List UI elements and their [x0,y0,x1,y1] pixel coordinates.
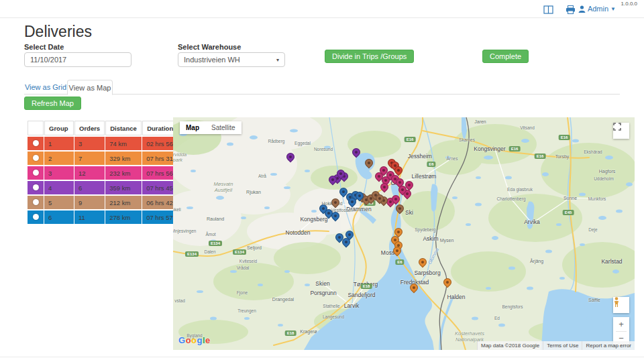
header-group: Group [44,121,74,135]
map-place-label: Kviteseid [239,259,257,263]
table-cell: 11 [74,210,105,224]
map-place-label: Bengtsfors [502,304,523,309]
map-place-label: Arvika [524,219,540,225]
google-logo-letter: o [186,335,191,345]
street-view-pegman-button[interactable] [613,297,629,313]
select-caret-icon: ▾ [276,57,279,63]
table-row: 1374 km02 hrs 56 mins [28,137,193,150]
pegman-icon [613,297,620,308]
map-place-label: Noresund [314,147,333,152]
refresh-map-button[interactable]: Refresh Map [24,97,81,110]
table-cell: 212 km [105,196,142,209]
map-place-label: Kongsberg [300,216,327,223]
complete-button[interactable]: Complete [482,50,529,63]
table-cell: 329 km [105,152,142,165]
table-cell: 1 [44,137,74,150]
map-place-label: Rådberg [268,139,285,143]
date-input[interactable]: 11/10/2017 [24,52,131,67]
select-warehouse-label: Select Warehouse [178,43,241,51]
tab-view-as-map[interactable]: View as Map [67,80,113,95]
chevron-down-icon: ▼ [610,6,616,12]
map-viewport[interactable]: OsloLillestrømJessheimJarenSkiDrammenHok… [173,117,635,350]
map-type-satellite-button[interactable]: Satellite [205,121,241,134]
groups-table-body: 1374 km02 hrs 56 mins27329 km07 hrs 31 m… [28,137,193,224]
select-date-label: Select Date [24,43,64,51]
divide-trips-button[interactable]: Divide in Trips /Groups [325,50,414,63]
table-cell: 232 km [105,166,142,180]
map-place-label: Vinjesvingen [173,229,196,233]
map-place-label: Skien [315,280,329,287]
map-place-label: Porsgrunn [310,290,336,296]
print-icon[interactable] [566,5,576,17]
table-cell: 359 km [105,181,142,194]
road-badge: E16 [535,154,546,159]
road-badge: E6 [427,162,435,167]
radio-icon [33,199,39,205]
map-type-map-button[interactable]: Map [180,121,205,134]
header-radio [28,121,44,135]
table-cell: 12 [74,166,105,180]
fullscreen-button[interactable] [613,123,629,139]
table-cell: 2 [44,152,74,165]
map-place-label: Torsby [555,154,570,159]
map-place-label: Spydeberg [415,227,435,232]
map-place-label: Årjäng [530,259,543,263]
report-map-error-link[interactable]: Report a map error [582,341,635,350]
map-place-label: Hagfors [599,169,616,174]
map-place-label: Kosterhavets [455,330,484,337]
map-place-label: lpark [173,157,182,163]
map-place-label: Uddeholm [594,176,614,181]
map-place-label: Sandefjord [347,292,375,298]
group-radio[interactable] [28,196,44,209]
warehouse-value: Industriveien WH [184,56,240,64]
table-cell: 3 [44,166,74,180]
radio-icon [33,140,39,146]
google-logo-letter: g [197,335,203,345]
tab-view-as-grid[interactable]: View as Grid [24,80,67,94]
map-type-control: Map Satellite [180,121,241,134]
map-place-label: Jessheim [408,153,432,160]
table-cell: 4 [44,181,74,194]
group-radio[interactable] [28,210,44,224]
top-bar: Admin ▼ [0,0,644,18]
terms-of-use-link[interactable]: Terms of Use [543,341,582,350]
user-icon [578,5,586,13]
map-place-label: ukeli [173,207,181,212]
road-badge: E134 [209,241,222,246]
road-badge: E18 [361,284,372,289]
table-header-row: Group Orders Distance Duration [28,121,193,135]
map-place-label: Rjukan [246,190,261,194]
group-radio[interactable] [28,181,44,194]
map-place-label: Ski [405,209,413,216]
map-place-label: Kragerø [300,329,317,334]
group-radio[interactable] [28,137,44,150]
map-place-label: Sunne [564,196,577,200]
map-place-label: Karlstad [601,258,622,265]
map-place-label: Mysen [440,238,454,243]
map-place-label: Säffle [588,298,600,302]
header-distance: Distance [105,121,142,135]
table-cell: 278 km [105,210,142,224]
table-row: 27329 km07 hrs 31 mins [28,152,193,165]
zoom-in-button[interactable]: + [613,317,629,331]
google-logo-letter: o [191,335,197,345]
radio-icon [33,214,39,220]
map-place-label: Larvik [344,302,360,309]
map-place-label: Atrå [258,174,266,178]
group-radio[interactable] [28,152,44,165]
map-place-label: Vitsand [520,125,535,130]
map-place-label: Seljord [247,245,262,250]
map-place-label: Askim [423,235,438,242]
layout-columns-icon[interactable] [543,5,553,17]
radio-icon [33,170,39,176]
road-badge: E45 [563,210,574,215]
map-place-label: Lillestrøm [412,173,437,180]
warehouse-select[interactable]: Industriveien WH ▾ [178,52,285,67]
radio-icon [33,184,39,190]
map-place-label: vstad [174,298,185,303]
map-place-label: Halden [447,294,466,300]
group-radio[interactable] [28,166,44,180]
road-badge: E18 [285,330,297,336]
admin-menu[interactable]: Admin ▼ [578,5,616,13]
map-place-label: Austfjell [215,187,232,193]
